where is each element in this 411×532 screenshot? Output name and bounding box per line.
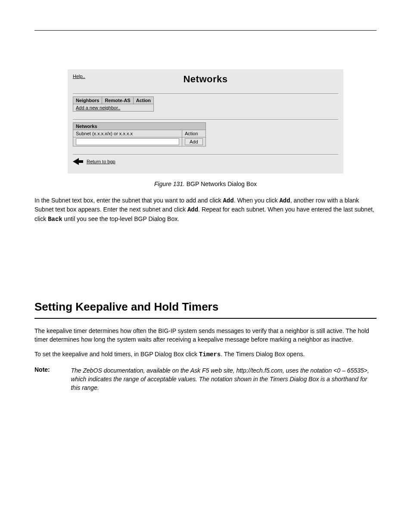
networks-panel: Help.. Networks Neighbors Remote-AS Acti… bbox=[68, 69, 343, 174]
note-text: The ZebOS documentation, available on th… bbox=[71, 366, 374, 392]
panel-title: Networks bbox=[73, 74, 338, 85]
section-paragraph-1: The keepalive timer determines how often… bbox=[34, 327, 377, 344]
subnet-label: Subnet (x.x.x.x/x) or x.x.x.x bbox=[73, 130, 182, 137]
body-paragraph-1: In the Subnet text box, enter the subnet… bbox=[34, 196, 377, 224]
panel-separator-1 bbox=[73, 93, 338, 94]
table-row: Add a new neighbor.. bbox=[73, 104, 154, 112]
col-remote-as: Remote-AS bbox=[102, 97, 133, 104]
table-header-row: Neighbors Remote-AS Action bbox=[73, 97, 154, 104]
networks-header: Networks bbox=[73, 123, 206, 130]
help-link[interactable]: Help.. bbox=[73, 74, 85, 79]
section-rule bbox=[34, 318, 377, 319]
subnet-input[interactable] bbox=[76, 138, 179, 145]
figure-caption: Figure 131. BGP Networks Dialog Box bbox=[34, 180, 377, 187]
figure-text: BGP Networks Dialog Box bbox=[187, 180, 257, 187]
return-to-bgp-link[interactable]: Return to bgp bbox=[87, 159, 115, 164]
panel-separator-2 bbox=[73, 119, 338, 120]
arrow-left-icon bbox=[73, 158, 83, 165]
panel-separator-3 bbox=[73, 154, 338, 155]
add-neighbor-link[interactable]: Add a new neighbor.. bbox=[76, 105, 120, 110]
figure-label: Figure 131. bbox=[154, 180, 185, 187]
col-action: Action bbox=[133, 97, 153, 104]
note-label: Note: bbox=[34, 366, 69, 373]
col-neighbors: Neighbors bbox=[73, 97, 102, 104]
action-label: Action bbox=[182, 130, 206, 137]
section-title: Setting Keepalive and Hold Timers bbox=[34, 300, 377, 314]
neighbors-table: Neighbors Remote-AS Action Add a new nei… bbox=[73, 96, 154, 112]
add-button[interactable]: Add bbox=[185, 138, 203, 145]
networks-table: Networks Subnet (x.x.x.x/x) or x.x.x.x A… bbox=[73, 122, 206, 146]
section-paragraph-2: To set the keepalive and hold timers, in… bbox=[34, 350, 377, 359]
return-row: Return to bgp bbox=[73, 158, 338, 165]
note-block: Note: The ZebOS documentation, available… bbox=[34, 366, 377, 392]
